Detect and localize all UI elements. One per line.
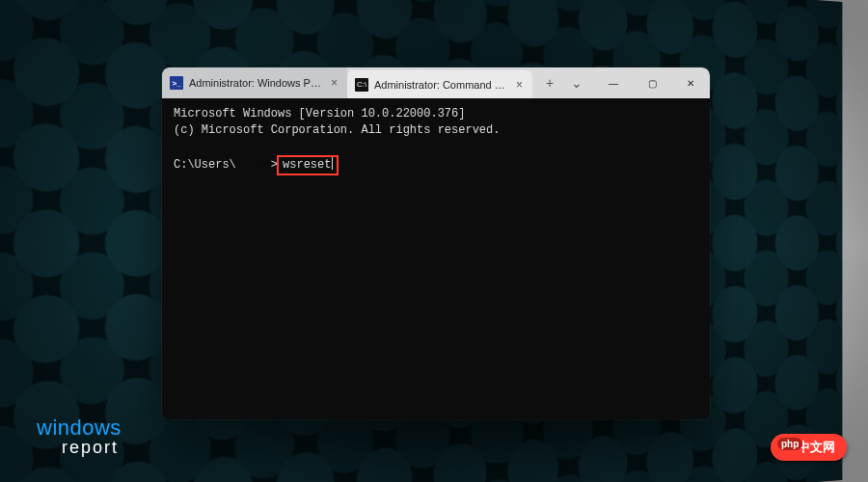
close-window-button[interactable]: ✕ xyxy=(671,67,710,98)
close-tab-icon[interactable]: × xyxy=(329,77,339,89)
phpcn-badge: 中文网 xyxy=(771,434,847,461)
new-tab-button[interactable]: + xyxy=(538,71,561,94)
tab-label: Administrator: Windows PowerS xyxy=(189,77,323,89)
maximize-button[interactable]: ▢ xyxy=(633,67,671,98)
windowsreport-watermark: windows report xyxy=(37,418,122,457)
tab-actions: + ⌄ xyxy=(532,67,594,98)
terminal-blank-line xyxy=(174,139,698,155)
windowsreport-line2: report xyxy=(37,438,122,457)
command-highlight-box: wsreset xyxy=(277,155,339,175)
tab-command-prompt[interactable]: C:\ Administrator: Command Promp × xyxy=(347,70,532,98)
windowsreport-line1: windows xyxy=(37,418,122,438)
tab-overflow-button[interactable]: ⌄ xyxy=(565,71,588,94)
tab-powershell[interactable]: >_ Administrator: Windows PowerS × xyxy=(162,67,347,98)
prompt-username-redacted: █████ xyxy=(236,158,271,172)
windows-terminal-window: >_ Administrator: Windows PowerS × C:\ A… xyxy=(162,67,710,419)
window-controls: — ▢ ✕ xyxy=(594,67,710,98)
command-input[interactable]: wsreset xyxy=(283,158,331,172)
powershell-icon: >_ xyxy=(170,76,183,90)
terminal-line: Microsoft Windows [Version 10.0.22000.37… xyxy=(174,106,698,122)
close-tab-icon[interactable]: × xyxy=(514,79,525,91)
terminal-output[interactable]: Microsoft Windows [Version 10.0.22000.37… xyxy=(162,98,710,183)
tab-label: Administrator: Command Promp xyxy=(374,79,508,91)
prompt-prefix: C:\Users\ xyxy=(174,158,236,172)
tab-strip: >_ Administrator: Windows PowerS × C:\ A… xyxy=(162,67,532,98)
minimize-button[interactable]: — xyxy=(594,67,633,98)
titlebar[interactable]: >_ Administrator: Windows PowerS × C:\ A… xyxy=(162,67,710,98)
terminal-line: (c) Microsoft Corporation. All rights re… xyxy=(174,122,698,139)
text-cursor xyxy=(332,157,333,170)
cmd-icon: C:\ xyxy=(355,78,368,92)
phpcn-badge-text: 中文网 xyxy=(798,440,835,454)
terminal-prompt-line: C:\Users\█████>wsreset xyxy=(174,155,698,175)
